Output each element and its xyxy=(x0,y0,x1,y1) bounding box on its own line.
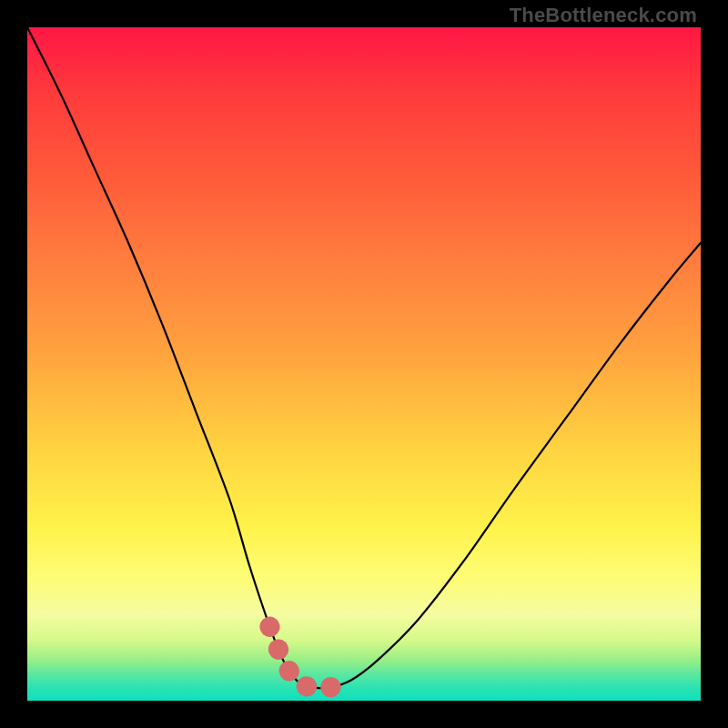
highlight-dots xyxy=(269,627,350,689)
bottleneck-curve xyxy=(27,27,701,701)
chart-frame: TheBottleneck.com xyxy=(0,0,728,728)
plot-area xyxy=(27,27,701,701)
watermark-text: TheBottleneck.com xyxy=(510,4,697,27)
curve-path xyxy=(27,27,701,688)
